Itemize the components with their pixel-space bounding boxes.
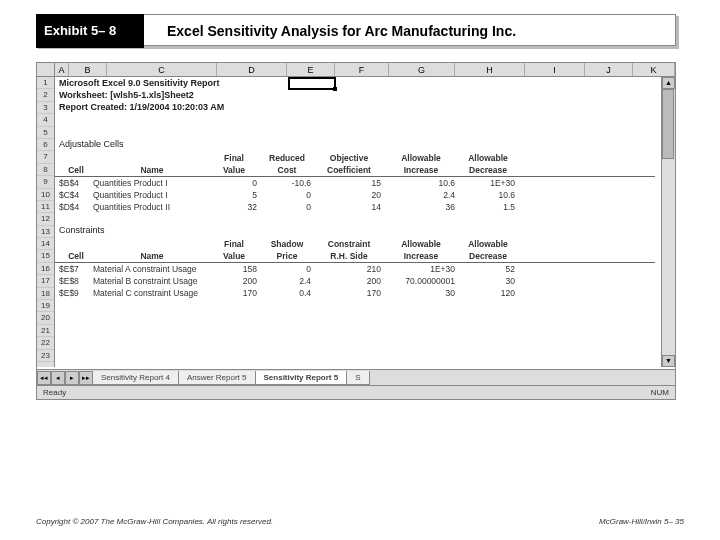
cell-value: 2.4 bbox=[263, 276, 317, 288]
cell-value: $E$7 bbox=[55, 264, 93, 276]
tab-nav-first[interactable]: ◂◂ bbox=[37, 371, 51, 385]
col-header[interactable]: J bbox=[585, 63, 633, 76]
cell-value: 158 bbox=[211, 264, 263, 276]
row-header[interactable]: 12 bbox=[37, 213, 54, 225]
cell-value: Material A constraint Usage bbox=[93, 264, 211, 276]
cell-value: 1.5 bbox=[461, 202, 521, 214]
row-header[interactable]: 16 bbox=[37, 263, 54, 275]
cell-value: 52 bbox=[461, 264, 521, 276]
status-numlock: NUM bbox=[651, 386, 669, 399]
cell-value: 10.6 bbox=[387, 178, 461, 190]
row-header[interactable]: 1 bbox=[37, 77, 54, 89]
table-row: $E$7Material A constraint Usage15802101E… bbox=[55, 264, 655, 276]
scroll-up-button[interactable]: ▲ bbox=[662, 77, 675, 89]
cell-value: $E$8 bbox=[55, 276, 93, 288]
col-header[interactable]: F bbox=[335, 63, 389, 76]
tab-nav-last[interactable]: ▸▸ bbox=[79, 371, 93, 385]
slide-footer: Copyright © 2007 The McGraw-Hill Compani… bbox=[36, 517, 684, 526]
cell-value: 36 bbox=[387, 202, 461, 214]
cell-value: 20 bbox=[317, 190, 387, 202]
sheet-tab[interactable]: Answer Report 5 bbox=[178, 371, 256, 385]
row-header[interactable]: 13 bbox=[37, 226, 54, 238]
cell-value: $B$4 bbox=[55, 178, 93, 190]
col-header[interactable]: K bbox=[633, 63, 675, 76]
col-header[interactable]: A bbox=[55, 63, 69, 76]
cell-value: $C$4 bbox=[55, 190, 93, 202]
horizontal-scrollbar[interactable] bbox=[374, 372, 675, 384]
tab-nav-next[interactable]: ▸ bbox=[65, 371, 79, 385]
spreadsheet-grid[interactable]: Microsoft Excel 9.0 Sensitivity Report W… bbox=[55, 77, 675, 367]
cell-value: 15 bbox=[317, 178, 387, 190]
col-header[interactable]: D bbox=[217, 63, 287, 76]
slide-title: Excel Sensitivity Analysis for Arc Manuf… bbox=[167, 15, 516, 47]
page-number: McGraw-Hill/Irwin 5– 35 bbox=[599, 517, 684, 526]
cell-value: Quantities Product II bbox=[93, 202, 211, 214]
col-header[interactable]: E bbox=[287, 63, 335, 76]
tab-nav-prev[interactable]: ◂ bbox=[51, 371, 65, 385]
report-created: Report Created: 1/19/2004 10:20:03 AM bbox=[59, 102, 224, 112]
row-header[interactable]: 17 bbox=[37, 275, 54, 287]
col-header[interactable]: H bbox=[455, 63, 525, 76]
sheet-tab[interactable]: Sensitivity Report 4 bbox=[92, 371, 179, 385]
row-header[interactable]: 2 bbox=[37, 89, 54, 101]
excel-window: A B C D E F G H I J K 123456789101112131… bbox=[36, 62, 676, 400]
row-header[interactable]: 11 bbox=[37, 201, 54, 213]
row-headers: 1234567891011121314151617181920212223 bbox=[37, 77, 55, 367]
col-header[interactable]: G bbox=[389, 63, 455, 76]
scroll-down-button[interactable]: ▼ bbox=[662, 355, 675, 367]
vertical-scrollbar[interactable]: ▲ ▼ bbox=[661, 77, 675, 367]
cell-value: 10.6 bbox=[461, 190, 521, 202]
cell-value: Material B constraint Usage bbox=[93, 276, 211, 288]
cell-value: 1E+30 bbox=[387, 264, 461, 276]
row-header[interactable]: 9 bbox=[37, 176, 54, 188]
cell-value: Quantities Product I bbox=[93, 190, 211, 202]
row-header[interactable]: 5 bbox=[37, 127, 54, 139]
cell-value: 0.4 bbox=[263, 288, 317, 300]
title-bar: Exhibit 5– 8 Excel Sensitivity Analysis … bbox=[36, 14, 676, 46]
row-header[interactable]: 19 bbox=[37, 300, 54, 312]
table-row: $C$4Quantities Product I50202.410.6 bbox=[55, 190, 655, 202]
row-header[interactable]: 21 bbox=[37, 325, 54, 337]
cell-value: 170 bbox=[317, 288, 387, 300]
sheet-tab[interactable]: Sensitivity Report 5 bbox=[255, 371, 348, 385]
sheet-tab-strip: ◂◂ ◂ ▸ ▸▸ Sensitivity Report 4Answer Rep… bbox=[37, 369, 675, 385]
cell-value: 32 bbox=[211, 202, 263, 214]
row-header[interactable]: 7 bbox=[37, 151, 54, 163]
row-header[interactable]: 3 bbox=[37, 102, 54, 114]
row-header[interactable]: 20 bbox=[37, 312, 54, 324]
status-bar: Ready NUM bbox=[37, 385, 675, 399]
cell-value: $D$4 bbox=[55, 202, 93, 214]
cell-value: 0 bbox=[211, 178, 263, 190]
row-header[interactable]: 10 bbox=[37, 189, 54, 201]
constraints-header-2: Cell Name Value Price R.H. Side Increase… bbox=[55, 251, 655, 263]
row-header[interactable]: 6 bbox=[37, 139, 54, 151]
col-header[interactable]: B bbox=[69, 63, 107, 76]
cell-value: 0 bbox=[263, 264, 317, 276]
cell-value: 0 bbox=[263, 202, 317, 214]
row-header[interactable]: 14 bbox=[37, 238, 54, 250]
cell-value: 2.4 bbox=[387, 190, 461, 202]
cell-value: $E$9 bbox=[55, 288, 93, 300]
status-mode: Ready bbox=[43, 386, 66, 399]
cell-value: 70.00000001 bbox=[387, 276, 461, 288]
cell-value: 30 bbox=[387, 288, 461, 300]
cell-value: 170 bbox=[211, 288, 263, 300]
cell-value: 30 bbox=[461, 276, 521, 288]
row-header[interactable]: 8 bbox=[37, 164, 54, 176]
table-row: $E$9Material C constraint Usage1700.4170… bbox=[55, 288, 655, 300]
cell-value: Quantities Product I bbox=[93, 178, 211, 190]
active-cell-cursor bbox=[288, 77, 336, 90]
row-header[interactable]: 18 bbox=[37, 288, 54, 300]
sheet-tab[interactable]: S bbox=[346, 371, 369, 385]
row-header[interactable]: 22 bbox=[37, 337, 54, 349]
row-header[interactable]: 4 bbox=[37, 114, 54, 126]
exhibit-label: Exhibit 5– 8 bbox=[36, 14, 144, 48]
cell-value: 200 bbox=[211, 276, 263, 288]
section-heading: Adjustable Cells bbox=[59, 139, 124, 149]
scroll-thumb[interactable] bbox=[662, 89, 674, 159]
row-header[interactable]: 23 bbox=[37, 350, 54, 362]
col-header[interactable]: C bbox=[107, 63, 217, 76]
copyright-text: Copyright © 2007 The McGraw-Hill Compani… bbox=[36, 517, 273, 526]
row-header[interactable]: 15 bbox=[37, 250, 54, 262]
col-header[interactable]: I bbox=[525, 63, 585, 76]
